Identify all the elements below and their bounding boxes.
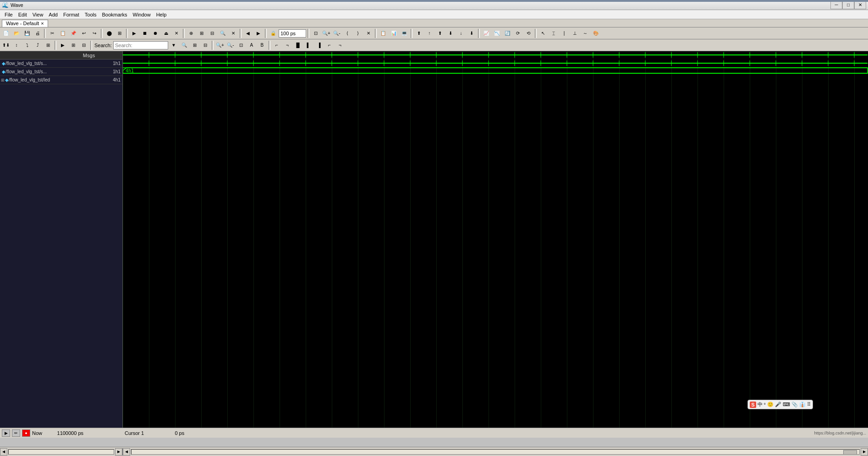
tb2-b3[interactable]: ⤵ — [22, 40, 32, 50]
tb-b29[interactable]: 📈 — [481, 28, 491, 38]
tb2-search3[interactable]: ⊟ — [200, 40, 210, 50]
signal-row-0[interactable]: ◆ /flow_led_vlg_tst/s... 1h1 — [0, 60, 122, 68]
tb-zoom-fit[interactable]: ⊡ — [311, 28, 321, 38]
tb-open[interactable]: 📂 — [11, 28, 22, 38]
tb-time-lock[interactable]: 🔒 — [268, 28, 278, 38]
tb2-b2[interactable]: ↕ — [11, 40, 22, 50]
tb-b27[interactable]: ↓ — [456, 28, 466, 38]
tb-delete-wave[interactable]: ✕ — [363, 28, 374, 38]
ime-clip[interactable]: 📎 — [791, 402, 798, 407]
status-btn-1[interactable]: ▶ — [2, 429, 10, 437]
signal-row-1[interactable]: ◆ /flow_led_vlg_tst/s... 1h1 — [0, 68, 122, 76]
tb-b10[interactable]: ⊟ — [207, 28, 217, 38]
tb-prev-cursor[interactable]: ◀ — [243, 28, 253, 38]
tb-print[interactable]: 🖨 — [33, 28, 43, 38]
tb-b30[interactable]: 📉 — [492, 28, 502, 38]
tb-zoom-out[interactable]: 🔍- — [332, 28, 342, 38]
tb-select[interactable]: ↖ — [538, 28, 548, 38]
ime-kb[interactable]: ⌨ — [783, 402, 790, 407]
wave-scroll-right-btn[interactable]: ▶ — [861, 448, 868, 456]
signal-row-2[interactable]: ⊞ ◆ /flow_led_vlg_tst/led 4h1 — [0, 76, 122, 84]
tb2-zoom-sel[interactable]: ⊡ — [236, 40, 246, 50]
tb-paste[interactable]: 📌 — [68, 28, 78, 38]
tb-undo[interactable]: ↩ — [79, 28, 89, 38]
tb2-b1[interactable]: ⬆⬇ — [1, 40, 11, 50]
ime-mic[interactable]: 🎤 — [775, 402, 781, 407]
tb-zoom-prev[interactable]: ⟨ — [342, 28, 352, 38]
ime-s[interactable]: S — [750, 402, 756, 408]
search-input[interactable] — [113, 41, 168, 49]
tb-b31[interactable]: 🔄 — [502, 28, 512, 38]
signal-hscrollbar[interactable] — [8, 449, 114, 455]
tb2-edge2[interactable]: ¬ — [282, 40, 292, 50]
tab-wave-default[interactable]: Wave - Default × — [2, 20, 48, 27]
status-btn-3[interactable]: ● — [22, 429, 30, 437]
zoom-input[interactable] — [279, 29, 306, 38]
minimize-button[interactable]: ─ — [830, 1, 842, 9]
tb-zoom-next[interactable]: ⟩ — [353, 28, 363, 38]
tb-wave-draw[interactable]: ～ — [580, 28, 590, 38]
scroll-right-btn[interactable]: ▶ — [115, 448, 122, 456]
resize-top[interactable] — [0, 0, 868, 2]
menu-format[interactable]: Format — [60, 11, 82, 18]
tb-b26[interactable]: ⬇ — [445, 28, 456, 38]
tb-b11[interactable]: 🔍 — [218, 28, 228, 38]
tb-b8[interactable]: ⊕ — [186, 28, 196, 38]
menu-file[interactable]: File — [2, 11, 16, 18]
tb-b9[interactable]: ⊞ — [197, 28, 207, 38]
tb-cut[interactable]: ✂ — [47, 28, 57, 38]
tab-close-icon[interactable]: × — [41, 21, 44, 26]
tb2-b5[interactable]: ⊞ — [43, 40, 53, 50]
ime-zh[interactable]: 中 — [758, 401, 763, 408]
tb2-b7[interactable]: ⊞ — [68, 40, 78, 50]
tb2-b8[interactable]: ⊟ — [79, 40, 89, 50]
tb2-edge5[interactable]: ▐ — [314, 40, 324, 50]
menu-edit[interactable]: Edit — [16, 11, 30, 18]
maximize-button[interactable]: □ — [842, 1, 854, 9]
tb2-b6[interactable]: ▶ — [58, 40, 68, 50]
tb2-edge6[interactable]: ⌐ — [324, 40, 335, 50]
tb-b4[interactable]: ⏹ — [140, 28, 150, 38]
tb2-edge1[interactable]: ⌐ — [272, 40, 282, 50]
close-button[interactable]: ✕ — [854, 1, 866, 9]
ime-dot[interactable]: ° — [764, 402, 766, 407]
status-btn-2[interactable]: ✏ — [12, 429, 20, 437]
tb2-zoom-in[interactable]: 🔍+ — [215, 40, 225, 50]
tb-b21[interactable]: 📊 — [389, 28, 399, 38]
tb-b2[interactable]: ⊞ — [115, 28, 125, 38]
tb-b1[interactable]: ⬤ — [104, 28, 114, 38]
tb-b33[interactable]: ⟲ — [523, 28, 533, 38]
tb-b3[interactable]: ▶ — [129, 28, 139, 38]
tb-redo[interactable]: ↪ — [89, 28, 99, 38]
tb-b28[interactable]: ⬇ — [467, 28, 477, 38]
tb-next-cursor[interactable]: ▶ — [253, 28, 264, 38]
tb2-edge7[interactable]: ¬ — [335, 40, 345, 50]
menu-tools[interactable]: Tools — [82, 11, 99, 18]
tb-b6[interactable]: ⏏ — [161, 28, 171, 38]
tb-b25[interactable]: ⬆ — [435, 28, 445, 38]
tb-b32[interactable]: ⟳ — [513, 28, 523, 38]
wave-scroll-thumb[interactable] — [843, 450, 857, 455]
tb2-edge3[interactable]: █ — [293, 40, 303, 50]
tb2-zoom-b[interactable]: B — [257, 40, 267, 50]
search-dropdown[interactable]: ▼ — [169, 40, 179, 50]
scroll-left-btn[interactable]: ◀ — [0, 448, 7, 456]
tb2-zoom-out[interactable]: 🔍- — [225, 40, 236, 50]
tb-cursor[interactable]: ⌶ — [549, 28, 559, 38]
tb-b24[interactable]: ↑ — [424, 28, 434, 38]
menu-view[interactable]: View — [30, 11, 46, 18]
menu-help[interactable]: Help — [154, 11, 170, 18]
tb2-edge4[interactable]: ▌ — [303, 40, 313, 50]
tb-b20[interactable]: 📋 — [378, 28, 388, 38]
wave-hscrollbar[interactable] — [131, 449, 860, 455]
tb-color[interactable]: 🎨 — [591, 28, 601, 38]
menu-bookmarks[interactable]: Bookmarks — [99, 11, 130, 18]
tb2-b4[interactable]: ⤴ — [33, 40, 43, 50]
tb2-search2[interactable]: ⊞ — [190, 40, 200, 50]
tb-zoom-in[interactable]: 🔍+ — [321, 28, 331, 38]
tb-save[interactable]: 💾 — [22, 28, 32, 38]
tb-mark[interactable]: | — [559, 28, 569, 38]
ime-suit[interactable]: 👔 — [799, 402, 806, 407]
tb-bar[interactable]: ⊥ — [570, 28, 580, 38]
tb-new[interactable]: 📄 — [1, 28, 11, 38]
